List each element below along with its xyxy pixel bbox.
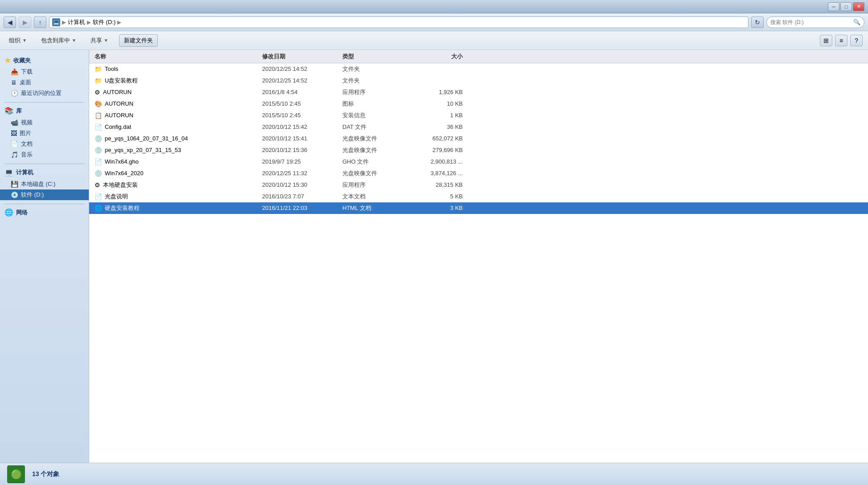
maximize-button[interactable]: □ <box>840 2 852 11</box>
file-type: 图标 <box>342 100 409 108</box>
table-row[interactable]: 📄 Win7x64.gho 2019/9/7 19:25 GHO 文件 2,90… <box>89 156 868 168</box>
desktop-icon: 🖥 <box>11 79 17 86</box>
share-arrow: ▼ <box>104 38 108 43</box>
view-options-button[interactable]: ⊞ <box>820 35 832 46</box>
file-date: 2020/10/12 15:30 <box>262 181 342 188</box>
table-row[interactable]: 📄 光盘说明 2016/10/23 7:07 文本文档 5 KB <box>89 191 868 202</box>
sidebar-item-documents[interactable]: 📄 文档 <box>0 139 89 149</box>
search-input[interactable] <box>770 19 852 25</box>
sidebar-item-downloads[interactable]: 📥 下载 <box>0 66 89 77</box>
help-button[interactable]: ? <box>850 35 863 46</box>
back-button[interactable]: ◀ <box>4 16 16 28</box>
organize-label: 组织 <box>9 37 21 45</box>
table-row[interactable]: 📋 AUTORUN 2015/5/10 2:45 安装信息 1 KB <box>89 110 868 121</box>
computer-icon: 💻 <box>52 18 60 26</box>
sidebar-drive-c-label: 本地磁盘 (C:) <box>21 180 55 188</box>
file-date: 2016/10/23 7:07 <box>262 193 342 200</box>
file-name: pe_yqs_1064_20_07_31_16_04 <box>105 135 188 142</box>
file-name-cell: 📄 Win7x64.gho <box>93 158 262 165</box>
drive-c-icon: 💾 <box>11 181 18 188</box>
breadcrumb-sep-1: ▶ <box>62 19 66 25</box>
file-size: 28,315 KB <box>409 181 463 188</box>
file-size: 3,874,126 ... <box>409 170 463 177</box>
breadcrumb-drive[interactable]: 软件 (D:) <box>93 18 115 26</box>
sidebar-computer-header[interactable]: 💻 计算机 <box>0 166 89 179</box>
col-header-name[interactable]: 名称 <box>93 53 262 61</box>
file-name-cell: 📁 U盘安装教程 <box>93 77 262 85</box>
file-name: Config.dat <box>105 123 131 130</box>
sidebar-item-drive-d[interactable]: 💿 软件 (D:) <box>0 189 89 200</box>
file-size: 1,926 KB <box>409 89 463 95</box>
share-button[interactable]: 共享 ▼ <box>87 35 112 46</box>
drive-d-icon: 💿 <box>11 191 18 198</box>
file-date: 2016/11/21 22:03 <box>262 205 342 211</box>
sidebar-computer-label: 计算机 <box>16 169 33 177</box>
file-type: 光盘映像文件 <box>342 146 409 154</box>
file-size: 2,900,813 ... <box>409 158 463 165</box>
sidebar-network-section: 🌐 网络 <box>0 206 89 219</box>
file-name: 硬盘安装教程 <box>105 204 140 212</box>
library-icon: 📚 <box>4 107 13 115</box>
table-row[interactable]: 📁 U盘安装教程 2020/12/25 14:52 文件夹 <box>89 75 868 86</box>
breadcrumb-bar: 💻 ▶ 计算机 ▶ 软件 (D:) ▶ <box>49 16 749 28</box>
sidebar-item-music[interactable]: 🎵 音乐 <box>0 149 89 160</box>
recent-icon: 🕐 <box>11 90 18 97</box>
picture-icon: 🖼 <box>11 130 17 137</box>
sidebar-favorites-header: ★ 收藏夹 <box>0 54 89 66</box>
table-row[interactable]: 💿 Win7x64_2020 2020/12/25 11:32 光盘映像文件 3… <box>89 168 868 179</box>
col-header-size[interactable]: 大小 <box>409 53 463 61</box>
table-row[interactable]: 🎨 AUTORUN 2015/5/10 2:45 图标 10 KB <box>89 98 868 110</box>
new-folder-button[interactable]: 新建文件夹 <box>119 34 158 47</box>
status-icon: 🟢 <box>7 465 25 483</box>
file-name: Win7x64.gho <box>105 158 139 165</box>
col-header-date[interactable]: 修改日期 <box>262 53 342 61</box>
toolbar-right: ⊞ ≡ ? <box>820 35 863 46</box>
view-toggle-button[interactable]: ≡ <box>835 35 847 46</box>
file-type-icon: ⚙ <box>95 89 100 96</box>
file-date: 2020/10/12 15:42 <box>262 123 342 130</box>
share-label: 共享 <box>91 37 102 45</box>
col-header-type[interactable]: 类型 <box>342 53 409 61</box>
file-list-header: 名称 修改日期 类型 大小 <box>89 50 868 63</box>
sidebar-video-label: 视频 <box>21 119 33 127</box>
close-button[interactable]: ✕ <box>853 2 864 11</box>
sidebar-divider-3 <box>4 204 84 204</box>
forward-button[interactable]: ▶ <box>19 16 31 28</box>
file-size: 3 KB <box>409 205 463 211</box>
table-row[interactable]: 💿 pe_yqs_xp_20_07_31_15_53 2020/10/12 15… <box>89 144 868 156</box>
sidebar-music-label: 音乐 <box>21 151 33 159</box>
breadcrumb-dropdown[interactable]: ▶ <box>117 19 121 25</box>
file-type: DAT 文件 <box>342 123 409 131</box>
minimize-button[interactable]: ─ <box>828 2 839 11</box>
file-type-icon: 📄 <box>95 123 102 131</box>
sidebar-item-video[interactable]: 📹 视频 <box>0 117 89 128</box>
sidebar-network-header[interactable]: 🌐 网络 <box>0 206 89 219</box>
table-row[interactable]: ⚙ 本地硬盘安装 2020/10/12 15:30 应用程序 28,315 KB <box>89 179 868 191</box>
include-library-button[interactable]: 包含到库中 ▼ <box>37 35 80 46</box>
file-name: AUTORUN <box>105 100 133 107</box>
refresh-button[interactable]: ↻ <box>751 16 764 28</box>
up-button[interactable]: ↑ <box>34 16 46 28</box>
file-name-cell: 🎨 AUTORUN <box>93 100 262 107</box>
table-row[interactable]: 📁 Tools 2020/12/25 14:52 文件夹 <box>89 63 868 75</box>
sidebar-library-header[interactable]: 📚 库 <box>0 104 89 117</box>
table-row[interactable]: 📄 Config.dat 2020/10/12 15:42 DAT 文件 36 … <box>89 121 868 133</box>
organize-button[interactable]: 组织 ▼ <box>5 35 30 46</box>
file-type-icon: 📁 <box>95 77 102 84</box>
sidebar-item-desktop[interactable]: 🖥 桌面 <box>0 77 89 88</box>
sidebar-item-pictures[interactable]: 🖼 图片 <box>0 128 89 139</box>
table-row[interactable]: 💿 pe_yqs_1064_20_07_31_16_04 2020/10/12 … <box>89 133 868 144</box>
file-type: GHO 文件 <box>342 158 409 166</box>
file-size: 5 KB <box>409 193 463 200</box>
sidebar-item-recent[interactable]: 🕐 最近访问的位置 <box>0 88 89 99</box>
file-name: Win7x64_2020 <box>105 170 144 177</box>
file-rows-container: 📁 Tools 2020/12/25 14:52 文件夹 📁 U盘安装教程 20… <box>89 63 868 214</box>
breadcrumb-computer[interactable]: 计算机 <box>68 18 85 26</box>
table-row[interactable]: ⚙ AUTORUN 2016/1/8 4:54 应用程序 1,926 KB <box>89 86 868 98</box>
search-bar[interactable]: 🔍 <box>766 16 864 28</box>
sidebar-item-drive-c[interactable]: 💾 本地磁盘 (C:) <box>0 179 89 189</box>
file-size: 36 KB <box>409 123 463 130</box>
table-row[interactable]: 🌐 硬盘安装教程 2016/11/21 22:03 HTML 文档 3 KB <box>89 202 868 214</box>
file-name-cell: 📋 AUTORUN <box>93 112 262 119</box>
file-name: 光盘说明 <box>105 193 128 201</box>
